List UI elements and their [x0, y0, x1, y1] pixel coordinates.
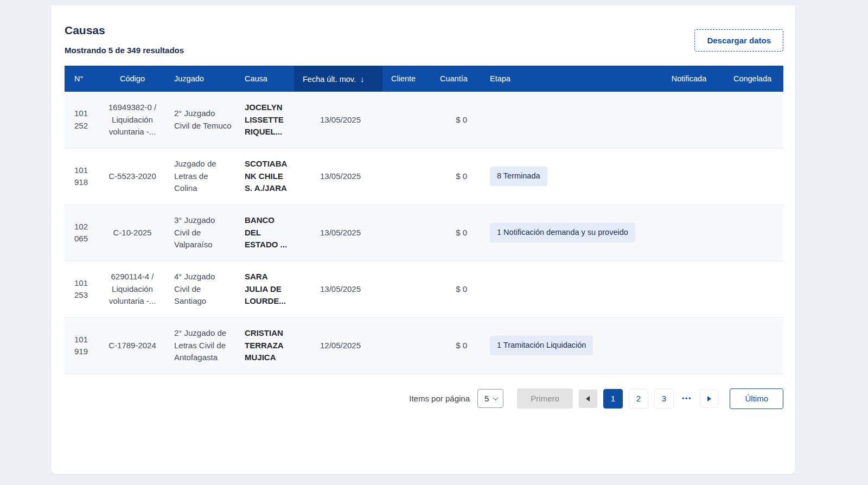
- cell-numero: 101 253: [65, 261, 99, 317]
- column-header-codigo[interactable]: Código: [99, 66, 165, 92]
- table-row[interactable]: 101 919 C-1789-2024 2° Juzgado de Letras…: [65, 317, 783, 374]
- cell-cuantia: $ 0: [431, 148, 475, 205]
- previous-page-button[interactable]: [579, 390, 597, 408]
- cell-congelada: [722, 205, 783, 261]
- cell-cliente: [382, 92, 431, 148]
- column-label: Cliente: [391, 74, 416, 83]
- cell-codigo: C-1789-2024: [99, 317, 165, 374]
- column-label: N°: [74, 74, 83, 83]
- cell-codigo: C-10-2025: [99, 205, 165, 261]
- table-row[interactable]: 101 253 6290114-4 / Liquidación voluntar…: [65, 261, 783, 317]
- cell-codigo: C-5523-2020: [99, 148, 165, 205]
- first-page-button[interactable]: Primero: [517, 388, 573, 409]
- cell-etapa: [475, 92, 656, 148]
- column-label: Cuantía: [440, 74, 468, 83]
- cell-numero: 102 065: [65, 205, 99, 261]
- column-label: Etapa: [490, 74, 510, 83]
- cell-causa: SARA JULIA DE LOURDE...: [236, 261, 294, 317]
- page-button-2[interactable]: 2: [629, 389, 648, 409]
- cell-cliente: [382, 317, 431, 374]
- column-header-cliente[interactable]: Cliente: [382, 66, 431, 92]
- cell-causa: BANCO DEL ESTADO ...: [236, 205, 294, 261]
- cell-notificada: [656, 92, 722, 148]
- results-summary: Mostrando 5 de 349 resultados: [65, 46, 184, 55]
- cell-juzgado: 4° Juzgado Civil de Santiago: [165, 261, 236, 317]
- column-header-numero[interactable]: N°: [65, 66, 99, 92]
- column-header-congelada[interactable]: Congelada: [722, 66, 783, 92]
- page-button-3[interactable]: 3: [654, 389, 674, 409]
- column-header-notificada[interactable]: Notificada: [656, 66, 722, 92]
- sort-descending-icon: ↓: [360, 74, 365, 84]
- items-per-page-label: Items por página: [409, 394, 470, 403]
- cell-congelada: [722, 317, 783, 374]
- chevron-right-icon: [707, 396, 711, 401]
- cell-juzgado: 3° Juzgado Civil de Valparaíso: [165, 205, 236, 261]
- column-label: Código: [120, 74, 145, 83]
- cell-fecha-ult-mov: 12/05/2025: [294, 317, 382, 374]
- column-label: Congelada: [733, 74, 771, 83]
- content-card: Causas Mostrando 5 de 349 resultados Des…: [51, 5, 795, 474]
- cell-causa: SCOTIABANK CHILE S. A./JARA: [236, 148, 294, 205]
- cell-notificada: [656, 205, 722, 261]
- title-block: Causas Mostrando 5 de 349 resultados: [65, 22, 184, 55]
- cell-congelada: [722, 261, 783, 317]
- cell-cuantia: $ 0: [431, 317, 475, 374]
- cell-causa: CRISTIAN TERRAZA MUJICA: [236, 317, 294, 374]
- column-header-juzgado[interactable]: Juzgado: [165, 66, 236, 92]
- cell-etapa: 8 Terminada: [475, 148, 656, 205]
- cell-congelada: [722, 92, 783, 148]
- cell-cliente: [382, 261, 431, 317]
- download-data-button[interactable]: Descargar datos: [694, 29, 783, 52]
- cell-numero: 101 919: [65, 317, 99, 374]
- cell-codigo: 6290114-4 / Liquidación voluntaria -...: [99, 261, 165, 317]
- cell-fecha-ult-mov: 13/05/2025: [294, 148, 382, 205]
- etapa-badge: 1 Tramitación Liquidación: [490, 336, 593, 355]
- chevron-left-icon: [586, 396, 590, 401]
- cell-etapa: 1 Notificación demanda y su proveido: [475, 205, 656, 261]
- column-header-causa[interactable]: Causa: [236, 66, 294, 92]
- next-page-button[interactable]: [700, 390, 718, 408]
- cell-cuantia: $ 0: [431, 261, 475, 317]
- cell-cliente: [382, 148, 431, 205]
- table-row[interactable]: 101 918 C-5523-2020 Juzgado de Letras de…: [65, 148, 783, 205]
- cell-congelada: [722, 148, 783, 205]
- etapa-badge: 1 Notificación demanda y su proveido: [490, 223, 635, 242]
- cell-etapa: [475, 261, 656, 317]
- cell-notificada: [656, 148, 722, 205]
- etapa-badge: 8 Terminada: [490, 167, 547, 186]
- cell-notificada: [656, 317, 722, 374]
- cell-fecha-ult-mov: 13/05/2025: [294, 92, 382, 148]
- cell-juzgado: 2° Juzgado Civil de Temuco: [165, 92, 236, 148]
- causas-table: N° Código Juzgado Causa Fecha últ. mov.↓…: [65, 66, 783, 374]
- page-button-1[interactable]: 1: [603, 389, 623, 409]
- cell-causa: JOCELYN LISSETTE RIQUEL...: [236, 92, 294, 148]
- cell-fecha-ult-mov: 13/05/2025: [294, 205, 382, 261]
- column-header-etapa[interactable]: Etapa: [475, 66, 656, 92]
- cell-etapa: 1 Tramitación Liquidación: [475, 317, 656, 374]
- cell-fecha-ult-mov: 13/05/2025: [294, 261, 382, 317]
- page-title: Causas: [65, 24, 184, 37]
- column-label: Juzgado: [174, 74, 204, 83]
- cell-juzgado: Juzgado de Letras de Colina: [165, 148, 236, 205]
- chevron-down-icon: [493, 395, 499, 400]
- table-header: N° Código Juzgado Causa Fecha últ. mov.↓…: [65, 66, 783, 92]
- column-header-fecha-ult-mov[interactable]: Fecha últ. mov.↓: [294, 66, 382, 92]
- cell-numero: 101 252: [65, 92, 99, 148]
- cell-juzgado: 2° Juzgado de Letras Civil de Antofagast…: [165, 317, 236, 374]
- page-header: Causas Mostrando 5 de 349 resultados Des…: [65, 22, 783, 66]
- table-row[interactable]: 102 065 C-10-2025 3° Juzgado Civil de Va…: [65, 205, 783, 261]
- cell-cuantia: $ 0: [431, 205, 475, 261]
- table-row[interactable]: 101 252 16949382-0 / Liquidación volunta…: [65, 92, 783, 148]
- last-page-button[interactable]: Último: [730, 388, 783, 409]
- cell-notificada: [656, 261, 722, 317]
- cell-cuantia: $ 0: [431, 92, 475, 148]
- cell-codigo: 16949382-0 / Liquidación voluntaria -...: [99, 92, 165, 148]
- table-body: 101 252 16949382-0 / Liquidación volunta…: [65, 92, 783, 374]
- page-size-value: 5: [484, 394, 489, 403]
- column-label: Notificada: [672, 74, 706, 83]
- more-pages-button[interactable]: •••: [680, 395, 694, 403]
- column-header-cuantia[interactable]: Cuantía: [431, 66, 475, 92]
- column-label: Fecha últ. mov.: [303, 75, 356, 84]
- page-size-select[interactable]: 5: [477, 389, 503, 408]
- cell-numero: 101 918: [65, 148, 99, 205]
